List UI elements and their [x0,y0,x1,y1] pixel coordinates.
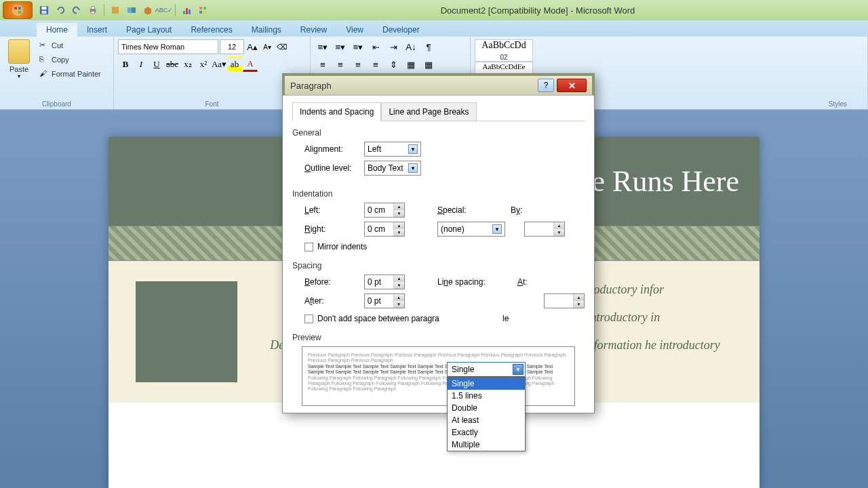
svg-rect-6 [42,7,47,9]
dropdown-option-single[interactable]: Single [448,378,525,390]
align-right-icon[interactable]: ≡ [350,57,366,72]
left-spinner[interactable]: ▲▼ [364,203,405,218]
paragraph-dialog: Paragraph ? ✕ Indents and Spacing Line a… [282,73,595,413]
indent-icon[interactable]: ⇥ [385,39,401,54]
borders-icon[interactable]: ▦ [420,57,437,72]
title-bar: ABC✓ Document2 [Compatibility Mode] - Mi… [0,0,868,20]
shrink-font-icon[interactable]: A▾ [260,40,274,54]
general-section: General [292,128,585,138]
paste-icon [8,39,30,64]
shading-icon[interactable]: ▦ [403,57,419,72]
svg-rect-2 [18,7,21,9]
multilevel-icon[interactable]: ≡▾ [350,39,366,54]
qat-box-icon[interactable] [140,3,155,18]
alignment-combo[interactable]: Left▼ [364,142,421,157]
paste-button[interactable]: Paste ▾ [4,39,34,80]
outline-combo[interactable]: Body Text▼ [364,161,421,176]
grow-font-icon[interactable]: A▴ [245,40,259,54]
align-left-icon[interactable]: ≡ [315,57,331,72]
qat-grid-icon[interactable] [195,3,210,18]
tab-view[interactable]: View [336,23,373,37]
numbering-icon[interactable]: ≡▾ [332,39,349,54]
qat-chart-icon[interactable] [179,3,194,18]
before-spinner[interactable]: ▲▼ [364,274,405,289]
doc-sidebar [136,281,237,382]
at-spinner[interactable]: ▲▼ [544,293,585,308]
special-combo[interactable]: (none)▼ [437,222,505,237]
underline-button[interactable]: U [149,57,164,72]
line-spacing-icon[interactable]: ⇕ [385,57,401,72]
svg-rect-1 [14,7,17,9]
svg-rect-19 [199,11,202,14]
after-spinner[interactable]: ▲▼ [364,293,405,308]
at-label: At: [517,277,538,287]
undo-icon[interactable] [53,3,68,18]
office-button[interactable] [3,1,33,19]
font-name-combo[interactable] [118,39,218,54]
clipboard-group: Paste ▾ ✂Cut ⎘Copy 🖌Format Painter Clipb… [0,37,114,109]
line-spacing-combo[interactable]: Single▼ [447,362,526,377]
help-button[interactable]: ? [538,79,554,92]
indentation-section: Indentation [292,189,585,199]
tab-line-page-breaks[interactable]: Line and Page Breaks [381,102,476,121]
tab-insert[interactable]: Insert [77,23,117,37]
close-button[interactable]: ✕ [557,79,587,92]
by-spinner[interactable]: ▲▼ [524,222,565,237]
highlight-button[interactable]: ab [227,57,242,72]
justify-icon[interactable]: ≡ [368,57,384,72]
tab-developer[interactable]: Developer [373,23,429,37]
qat-icon-2[interactable] [124,3,139,18]
tab-indents-spacing[interactable]: Indents and Spacing [292,102,381,121]
svg-rect-15 [186,8,188,14]
tab-references[interactable]: References [181,23,241,37]
dropdown-option-1-5[interactable]: 1.5 lines [448,390,525,402]
dont-add-checkbox[interactable] [304,314,313,323]
qat-icon-1[interactable] [108,3,123,18]
alignment-label: Alignment: [304,144,359,154]
dropdown-option-multiple[interactable]: Multiple [448,439,525,451]
superscript-button[interactable]: x² [196,57,211,72]
font-color-button[interactable]: A [243,57,258,72]
sort-icon[interactable]: A↓ [403,39,419,54]
bullets-icon[interactable]: ≡▾ [315,39,331,54]
tab-mailings[interactable]: Mailings [242,23,291,37]
bold-button[interactable]: B [118,57,133,72]
svg-rect-11 [112,7,119,14]
cut-button[interactable]: ✂Cut [38,39,102,52]
font-size-combo[interactable] [220,39,244,54]
dialog-titlebar[interactable]: Paragraph ? ✕ [283,74,594,96]
strike-button[interactable]: abc [165,57,180,72]
svg-rect-3 [14,11,17,14]
preview-box: Previous Paragraph Previous Paragraph Pr… [302,346,575,406]
outdent-icon[interactable]: ⇤ [368,39,384,54]
mirror-checkbox[interactable] [304,243,313,251]
redo-icon[interactable] [69,3,84,18]
subscript-button[interactable]: x₂ [180,57,195,72]
italic-button[interactable]: I [134,57,149,72]
preview-section: Preview [292,333,585,342]
show-marks-icon[interactable]: ¶ [420,39,437,54]
tab-home[interactable]: Home [37,23,77,37]
clear-format-icon[interactable]: ⌫ [275,40,289,54]
tab-page-layout[interactable]: Page Layout [117,23,181,37]
svg-rect-14 [183,11,185,14]
save-icon[interactable] [37,3,52,18]
right-spinner[interactable]: ▲▼ [364,222,405,237]
quick-access-toolbar: ABC✓ [37,3,210,18]
align-center-icon[interactable]: ≡ [332,57,349,72]
change-case-button[interactable]: Aa▾ [212,57,226,72]
svg-rect-4 [18,11,21,14]
format-painter-button[interactable]: 🖌Format Painter [38,68,102,80]
dropdown-option-exactly[interactable]: Exactly [448,426,525,439]
print-icon[interactable] [85,3,100,18]
app-title: Document2 [Compatibility Mode] - Microso… [210,5,865,16]
spellcheck-icon[interactable]: ABC✓ [157,3,172,18]
dropdown-option-at-least[interactable]: At least [448,414,525,426]
copy-button[interactable]: ⎘Copy [38,54,102,66]
svg-rect-16 [189,9,191,14]
tab-review[interactable]: Review [291,23,336,37]
dropdown-option-double[interactable]: Double [448,402,525,414]
spacing-section: Spacing [292,261,585,270]
copy-icon: ⎘ [39,55,49,64]
style-item[interactable]: AaBbCcDd02 [475,39,533,62]
